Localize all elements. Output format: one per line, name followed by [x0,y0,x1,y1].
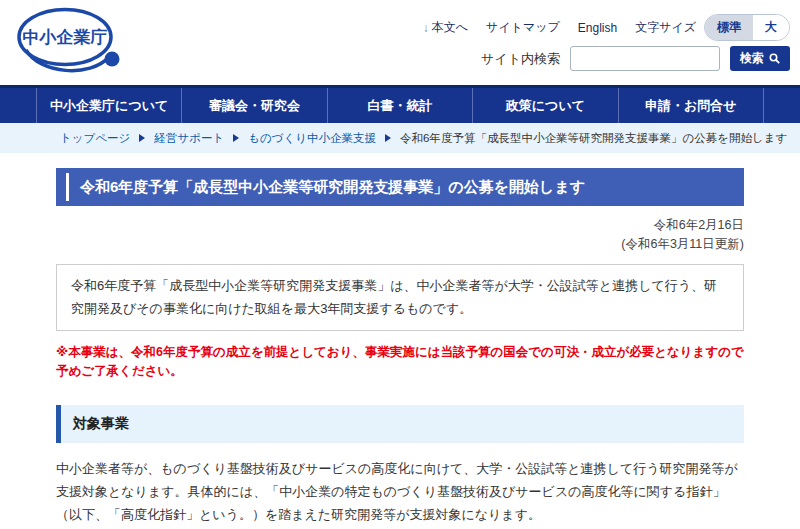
nav-item-policy[interactable]: 政策について [472,88,617,123]
search-button[interactable]: 検索 [730,46,790,71]
search-icon [769,53,780,64]
section-heading-target-projects: 対象事業 [56,405,744,443]
down-arrow-icon: ↓ [423,21,429,35]
site-header: 中小企業庁 ↓ 本文へ サイトマップ English 文字サイズ 標準 大 サイ… [0,0,800,85]
font-size-label: 文字サイズ [635,19,696,36]
budget-warning-note: ※本事業は、令和6年度予算の成立を前提としており、事業実施には当該予算の国会での… [56,343,744,381]
skip-to-content-link[interactable]: ↓ 本文へ [423,19,468,36]
search-input[interactable] [570,46,720,71]
breadcrumb-home[interactable]: トップページ [60,131,130,146]
breadcrumb: トップページ 経営サポート ものづくり中小企業支援 令和6年度予算「成長型中小企… [0,123,800,153]
nav-item-whitepaper-stats[interactable]: 白書・統計 [327,88,472,123]
breadcrumb-arrow-icon [139,134,145,142]
font-size-large-button[interactable]: 大 [753,15,789,40]
search-label: サイト内検索 [481,50,560,68]
site-search: サイト内検索 検索 [481,46,790,71]
breadcrumb-current-page: 令和6年度予算「成長型中小企業等研究開発支援事業」の公募を開始します [400,131,787,146]
sitemap-link[interactable]: サイトマップ [486,19,560,36]
breadcrumb-arrow-icon [233,134,239,142]
nav-item-apply-contact[interactable]: 申請・お問合せ [618,88,764,123]
agency-logo[interactable]: 中小企業庁 [12,4,124,84]
global-nav: 中小企業庁について 審議会・研究会 白書・統計 政策について 申請・お問合せ [0,85,800,123]
nav-item-councils[interactable]: 審議会・研究会 [181,88,326,123]
agency-logo-text: 中小企業庁 [23,28,108,47]
search-button-label: 検索 [740,50,764,67]
target-projects-description: 中小企業者等が、ものづくり基盤技術及びサービスの高度化に向けて、大学・公設試等と… [56,457,744,526]
breadcrumb-monodzukuri-support[interactable]: ものづくり中小企業支援 [248,131,376,146]
updated-date: (令和6年3月11日更新) [56,235,744,254]
font-size-standard-button[interactable]: 標準 [705,15,753,40]
english-link[interactable]: English [578,21,617,35]
agency-logo-icon: 中小企業庁 [12,4,124,80]
font-size-control: 文字サイズ 標準 大 [635,14,790,41]
main-content: 令和6年度予算「成長型中小企業等研究開発支援事業」の公募を開始します 令和6年2… [56,168,744,529]
skip-link-label[interactable]: 本文へ [432,19,468,36]
font-size-pill: 標準 大 [704,14,790,41]
page-title: 令和6年度予算「成長型中小企業等研究開発支援事業」の公募を開始します [56,168,744,206]
utility-nav: ↓ 本文へ サイトマップ English 文字サイズ 標準 大 [423,14,790,41]
summary-box: 令和6年度予算「成長型中小企業等研究開発支援事業」は、中小企業者等が大学・公設試… [56,264,744,332]
date-block: 令和6年2月16日 (令和6年3月11日更新) [56,216,744,255]
breadcrumb-arrow-icon [385,134,391,142]
breadcrumb-management-support[interactable]: 経営サポート [154,131,224,146]
nav-item-about[interactable]: 中小企業庁について [36,88,181,123]
posted-date: 令和6年2月16日 [56,216,744,235]
